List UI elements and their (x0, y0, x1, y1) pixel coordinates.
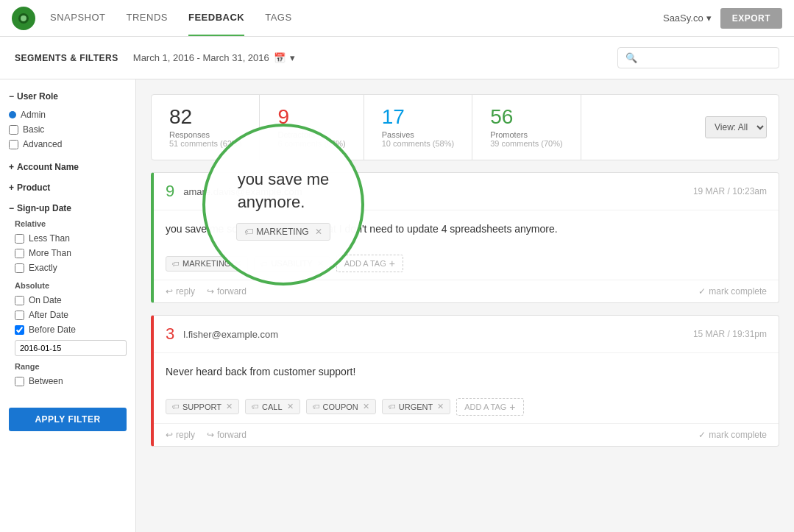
absolute-subsection: Absolute On Date After Date Before Date (15, 281, 127, 356)
search-input[interactable] (642, 52, 771, 63)
search-box[interactable]: 🔍 (617, 47, 779, 68)
user-role-toggle[interactable]: − User Role (9, 91, 127, 102)
mark-complete-label: mark complete (709, 430, 767, 440)
nav-feedback[interactable]: FEEDBACK (188, 0, 244, 36)
plus-icon: + (509, 401, 515, 413)
chevron-down-icon: ▾ (706, 13, 712, 24)
promoters-count: 56 (490, 107, 562, 127)
minus-icon: − (9, 203, 14, 213)
relative-label: Relative (15, 219, 127, 228)
passives-sub: 10 comments (58%) (382, 139, 454, 148)
main-content: 82 Responses 51 comments (62%) 9 Detract… (136, 79, 794, 532)
tag-label: SUPPORT (182, 402, 221, 411)
view-select-container: View: All (693, 95, 779, 160)
after-date-label: After Date (29, 310, 68, 320)
apply-filter-button[interactable]: APPLY FILTER (9, 408, 127, 431)
promoters-label: Promoters (490, 130, 562, 139)
signup-date-toggle[interactable]: − Sign-up Date (9, 203, 127, 213)
plus-icon: + (9, 182, 14, 193)
more-than-checkbox[interactable] (15, 249, 24, 258)
mark-complete-button-2[interactable]: ✓ mark complete (698, 430, 767, 440)
popup-line1: you save me (238, 169, 330, 191)
popup-tag-label: MARKETING (256, 227, 308, 237)
plus-icon: + (389, 258, 395, 269)
tag-remove-urgent[interactable]: ✕ (437, 402, 444, 411)
card-1-date: 19 MAR / 10:23am (693, 186, 767, 196)
on-date-checkbox[interactable] (15, 296, 24, 305)
popup-line2: anymore. (238, 191, 330, 214)
advanced-checkbox[interactable] (9, 140, 18, 149)
account-button[interactable]: SaaSy.co ▾ (663, 13, 712, 24)
tag-call: 🏷 CALL ✕ (245, 399, 300, 414)
exactly-checkbox[interactable] (15, 263, 24, 273)
tag-support: 🏷 SUPPORT ✕ (166, 399, 239, 414)
tag-icon: 🏷 (389, 402, 396, 411)
main-layout: − User Role Admin Basic Advanced + Accou… (0, 79, 794, 532)
mark-complete-label: mark complete (709, 286, 767, 297)
tag-remove-call[interactable]: ✕ (287, 402, 294, 411)
signup-date-section: − Sign-up Date Relative Less Than More T… (9, 203, 127, 389)
view-select[interactable]: View: All (705, 116, 767, 138)
reply-icon: ↩ (166, 286, 173, 297)
feedback-card-2: 3 l.fisher@example.com 15 MAR / 19:31pm … (151, 315, 779, 446)
user-role-basic: Basic (9, 122, 127, 137)
nav-tags[interactable]: TAGS (265, 0, 291, 36)
basic-checkbox[interactable] (9, 125, 18, 135)
tag-coupon: 🏷 COUPON ✕ (306, 399, 376, 414)
add-tag-button-2[interactable]: ADD A TAG + (456, 398, 523, 416)
on-date-option: On Date (15, 293, 127, 308)
account-name-toggle[interactable]: + Account Name (9, 162, 127, 172)
date-value-input[interactable] (15, 340, 127, 356)
reply-label: reply (176, 286, 195, 297)
tag-remove-coupon[interactable]: ✕ (363, 402, 369, 411)
reply-icon: ↩ (166, 430, 173, 440)
tag-icon: 🏷 (252, 402, 259, 411)
card-1-score: 9 (166, 182, 174, 201)
mark-complete-button-1[interactable]: ✓ mark complete (698, 286, 767, 297)
popup-overlay: you save me anymore. 🏷 MARKETING ✕ (202, 124, 364, 285)
tag-icon: 🏷 (172, 402, 180, 411)
basic-label: Basic (23, 124, 44, 135)
forward-button-1[interactable]: ↪ forward (207, 286, 247, 297)
more-than-option: More Than (15, 246, 127, 260)
before-date-checkbox[interactable] (15, 325, 24, 335)
checkmark-icon: ✓ (698, 286, 706, 297)
nav-items: SNAPSHOT TRENDS FEEDBACK TAGS (50, 0, 663, 36)
card-2-body: Never heard back from customer support! (154, 353, 779, 390)
admin-indicator (9, 111, 16, 118)
between-checkbox[interactable] (15, 377, 24, 386)
less-than-checkbox[interactable] (15, 234, 24, 244)
card-2-text: Never heard back from customer support! (166, 366, 355, 377)
responses-label: Responses (169, 130, 241, 139)
tag-urgent: 🏷 URGENT ✕ (382, 399, 450, 414)
search-icon: 🔍 (625, 52, 637, 63)
product-toggle[interactable]: + Product (9, 182, 127, 193)
product-section: + Product (9, 182, 127, 193)
date-range-picker[interactable]: March 1, 2016 - March 31, 2016 📅 ▾ (133, 52, 295, 63)
range-subsection: Range Between (15, 362, 127, 389)
forward-button-2[interactable]: ↪ forward (207, 430, 247, 440)
add-tag-label: ADD A TAG (464, 402, 506, 411)
tag-icon: 🏷 (172, 260, 180, 268)
nav-right: SaaSy.co ▾ EXPORT (663, 8, 782, 29)
add-tag-label: ADD A TAG (344, 259, 386, 268)
tag-x-icon[interactable]: ✕ (315, 227, 322, 237)
add-tag-button-1[interactable]: ADD A TAG + (336, 255, 403, 272)
absolute-label: Absolute (15, 281, 127, 290)
before-date-option: Before Date (15, 322, 127, 337)
popup-text: you save me anymore. (230, 169, 337, 214)
after-date-checkbox[interactable] (15, 311, 24, 320)
tag-remove-support[interactable]: ✕ (226, 402, 233, 411)
reply-button-2[interactable]: ↩ reply (166, 430, 195, 440)
top-nav: SNAPSHOT TRENDS FEEDBACK TAGS SaaSy.co ▾… (0, 0, 794, 37)
advanced-label: Advanced (23, 139, 62, 149)
forward-label: forward (217, 430, 247, 440)
card-2-footer: ↩ reply ↪ forward ✓ mark complete (154, 423, 779, 446)
nav-snapshot[interactable]: SNAPSHOT (50, 0, 106, 36)
after-date-option: After Date (15, 308, 127, 322)
export-button[interactable]: EXPORT (720, 8, 782, 29)
on-date-label: On Date (29, 295, 62, 305)
nav-trends[interactable]: TRENDS (127, 0, 168, 36)
sidebar: − User Role Admin Basic Advanced + Accou… (0, 79, 136, 532)
reply-button-1[interactable]: ↩ reply (166, 286, 195, 297)
